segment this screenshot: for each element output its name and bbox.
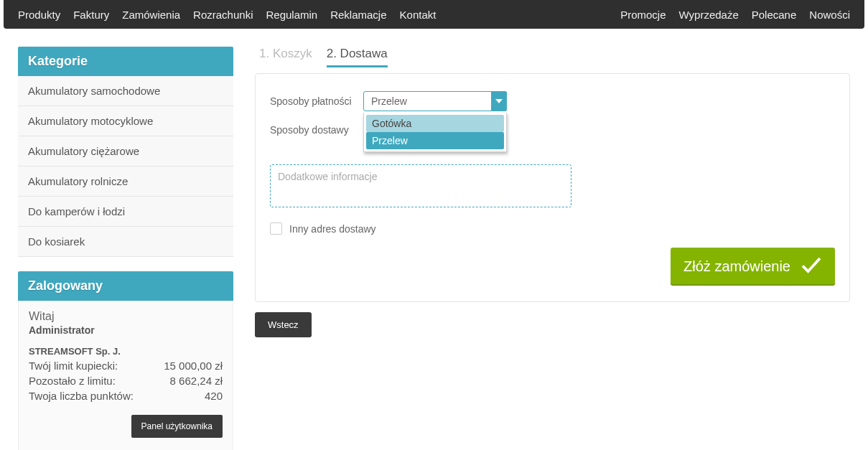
- nav-nowosci[interactable]: Nowości: [809, 9, 850, 21]
- sidebar: Kategorie Akumulatory samochodowe Akumul…: [18, 47, 233, 450]
- nav-zamowienia[interactable]: Zamówienia: [122, 9, 180, 21]
- step-cart[interactable]: 1. Koszyk: [259, 47, 312, 67]
- submit-order-button[interactable]: Złóż zamówienie: [671, 248, 835, 286]
- category-item[interactable]: Akumulatory ciężarowe: [18, 136, 233, 167]
- logged-role: Administrator: [29, 324, 223, 336]
- top-nav: Produkty Faktury Zamówienia Rozrachunki …: [4, 0, 864, 29]
- categories-panel: Kategorie Akumulatory samochodowe Akumul…: [18, 47, 233, 257]
- categories-header: Kategorie: [18, 47, 233, 76]
- limit-value: 15 000,00 zł: [164, 360, 223, 372]
- submit-order-label: Złóż zamówienie: [683, 258, 790, 275]
- delivery-form: Sposoby płatności Przelew Gotówka Przele…: [255, 73, 850, 302]
- nav-produkty[interactable]: Produkty: [18, 9, 60, 21]
- payment-select[interactable]: Przelew Gotówka Przelew: [363, 91, 507, 111]
- nav-promocje[interactable]: Promocje: [620, 9, 666, 21]
- category-item[interactable]: Akumulatory samochodowe: [18, 76, 233, 106]
- other-address-label: Inny adres dostawy: [289, 223, 376, 235]
- category-item[interactable]: Akumulatory rolnicze: [18, 167, 233, 197]
- categories-list: Akumulatory samochodowe Akumulatory moto…: [18, 76, 233, 257]
- additional-info-textarea[interactable]: [270, 164, 571, 207]
- nav-kontakt[interactable]: Kontakt: [400, 9, 437, 21]
- step-delivery[interactable]: 2. Dostawa: [327, 47, 388, 67]
- category-item[interactable]: Do kosiarek: [18, 227, 233, 257]
- payment-method-label: Sposoby płatności: [270, 95, 363, 107]
- payment-dropdown: Gotówka Przelew: [363, 113, 507, 152]
- logged-greeting: Witaj: [29, 310, 223, 323]
- nav-wyprzedaze[interactable]: Wyprzedaże: [679, 9, 739, 21]
- other-address-checkbox[interactable]: [270, 222, 282, 235]
- payment-option[interactable]: Przelew: [366, 132, 504, 149]
- category-item[interactable]: Akumulatory motocyklowe: [18, 106, 233, 136]
- nav-left: Produkty Faktury Zamówienia Rozrachunki …: [18, 9, 436, 21]
- payment-selected-value: Przelew: [371, 95, 407, 107]
- remaining-label: Pozostało z limitu:: [29, 375, 116, 387]
- nav-reklamacje[interactable]: Reklamacje: [330, 9, 386, 21]
- category-item[interactable]: Do kamperów i łodzi: [18, 197, 233, 227]
- points-value: 420: [205, 390, 223, 402]
- limit-label: Twój limit kupiecki:: [29, 360, 118, 372]
- check-icon: [801, 256, 822, 277]
- nav-faktury[interactable]: Faktury: [73, 9, 109, 21]
- nav-polecane[interactable]: Polecane: [752, 9, 797, 21]
- nav-regulamin[interactable]: Regulamin: [266, 9, 317, 21]
- logged-panel: Zalogowany Witaj Administrator STREAMSOF…: [18, 271, 233, 450]
- points-label: Twoja liczba punktów:: [29, 390, 134, 402]
- main-content: 1. Koszyk 2. Dostawa Sposoby płatności P…: [255, 47, 850, 450]
- chevron-down-icon: [491, 91, 507, 111]
- back-button[interactable]: Wstecz: [255, 312, 312, 337]
- remaining-value: 8 662,24 zł: [170, 375, 223, 387]
- logged-company: STREAMSOFT Sp. J.: [29, 346, 223, 357]
- nav-rozrachunki[interactable]: Rozrachunki: [193, 9, 253, 21]
- checkout-steps: 1. Koszyk 2. Dostawa: [255, 47, 850, 67]
- nav-right: Promocje Wyprzedaże Polecane Nowości: [620, 9, 850, 21]
- user-panel-button[interactable]: Panel użytkownika: [131, 415, 223, 438]
- payment-option[interactable]: Gotówka: [366, 115, 504, 132]
- delivery-method-label: Sposoby dostawy: [270, 124, 363, 136]
- logged-header: Zalogowany: [18, 271, 233, 301]
